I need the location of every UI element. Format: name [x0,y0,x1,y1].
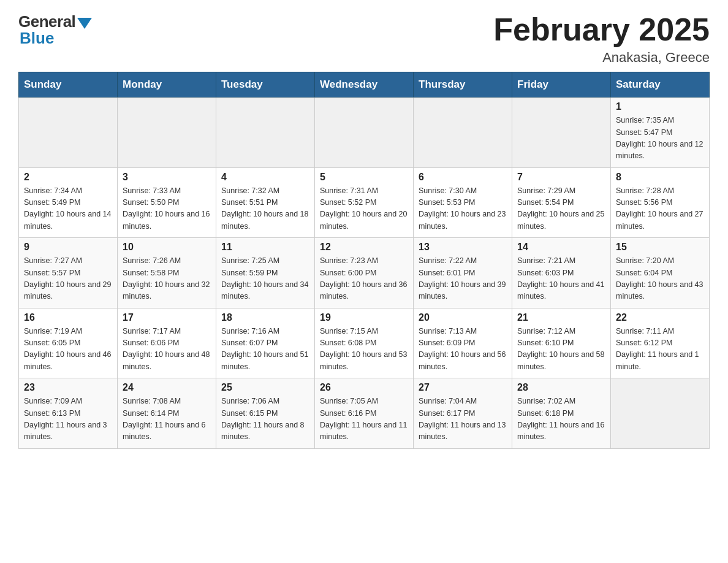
calendar-cell: 19Sunrise: 7:15 AMSunset: 6:08 PMDayligh… [315,308,414,378]
day-number: 21 [517,312,605,323]
day-info: Sunrise: 7:31 AMSunset: 5:52 PMDaylight:… [320,185,408,233]
day-number: 11 [221,242,309,253]
day-number: 5 [320,172,408,183]
day-info: Sunrise: 7:34 AMSunset: 5:49 PMDaylight:… [24,185,112,233]
day-info: Sunrise: 7:11 AMSunset: 6:12 PMDaylight:… [616,326,704,373]
week-row-1: 1Sunrise: 7:35 AMSunset: 5:47 PMDaylight… [19,98,710,168]
calendar-cell: 1Sunrise: 7:35 AMSunset: 5:47 PMDaylight… [611,98,710,168]
week-row-5: 23Sunrise: 7:09 AMSunset: 6:13 PMDayligh… [19,378,710,449]
calendar-cell: 24Sunrise: 7:08 AMSunset: 6:14 PMDayligh… [118,378,216,449]
calendar-cell [118,98,216,168]
calendar-cell [216,98,315,168]
day-info: Sunrise: 7:21 AMSunset: 6:03 PMDaylight:… [517,255,605,303]
calendar-cell: 14Sunrise: 7:21 AMSunset: 6:03 PMDayligh… [512,238,611,308]
calendar-cell: 26Sunrise: 7:05 AMSunset: 6:16 PMDayligh… [315,378,414,449]
weekday-header-friday: Friday [512,72,611,98]
day-number: 18 [221,312,309,323]
day-number: 22 [616,312,704,323]
day-number: 1 [616,101,704,112]
day-info: Sunrise: 7:08 AMSunset: 6:14 PMDaylight:… [123,396,211,443]
day-number: 23 [24,382,112,393]
calendar-cell: 3Sunrise: 7:33 AMSunset: 5:50 PMDaylight… [118,167,216,238]
calendar-cell: 27Sunrise: 7:04 AMSunset: 6:17 PMDayligh… [414,378,512,449]
weekday-header-row: SundayMondayTuesdayWednesdayThursdayFrid… [19,72,710,98]
calendar-cell: 22Sunrise: 7:11 AMSunset: 6:12 PMDayligh… [611,308,710,378]
weekday-header-tuesday: Tuesday [216,72,315,98]
weekday-header-sunday: Sunday [19,72,118,98]
day-info: Sunrise: 7:19 AMSunset: 6:05 PMDaylight:… [24,326,112,373]
calendar-cell [611,378,710,449]
calendar-cell: 10Sunrise: 7:26 AMSunset: 5:58 PMDayligh… [118,238,216,308]
day-number: 4 [221,172,309,183]
calendar-table: SundayMondayTuesdayWednesdayThursdayFrid… [18,72,710,449]
day-info: Sunrise: 7:06 AMSunset: 6:15 PMDaylight:… [221,396,309,443]
day-info: Sunrise: 7:15 AMSunset: 6:08 PMDaylight:… [320,326,408,373]
day-number: 19 [320,312,408,323]
calendar-cell [19,98,118,168]
logo-blue-text: Blue [18,29,54,48]
weekday-header-monday: Monday [118,72,216,98]
calendar-cell: 6Sunrise: 7:30 AMSunset: 5:53 PMDaylight… [414,167,512,238]
day-number: 27 [419,382,507,393]
calendar-cell [315,98,414,168]
calendar-cell: 4Sunrise: 7:32 AMSunset: 5:51 PMDaylight… [216,167,315,238]
title-block: February 2025 Anakasia, Greece [493,12,710,66]
day-info: Sunrise: 7:02 AMSunset: 6:18 PMDaylight:… [517,396,605,443]
calendar-cell: 5Sunrise: 7:31 AMSunset: 5:52 PMDaylight… [315,167,414,238]
day-number: 20 [419,312,507,323]
main-title: February 2025 [493,12,710,47]
day-info: Sunrise: 7:05 AMSunset: 6:16 PMDaylight:… [320,396,408,443]
calendar-cell: 28Sunrise: 7:02 AMSunset: 6:18 PMDayligh… [512,378,611,449]
day-info: Sunrise: 7:32 AMSunset: 5:51 PMDaylight:… [221,185,309,233]
page-header: General Blue February 2025 Anakasia, Gre… [18,12,710,66]
day-info: Sunrise: 7:28 AMSunset: 5:56 PMDaylight:… [616,185,704,233]
week-row-2: 2Sunrise: 7:34 AMSunset: 5:49 PMDaylight… [19,167,710,238]
day-number: 3 [123,172,211,183]
day-number: 7 [517,172,605,183]
calendar-cell: 12Sunrise: 7:23 AMSunset: 6:00 PMDayligh… [315,238,414,308]
calendar-cell: 23Sunrise: 7:09 AMSunset: 6:13 PMDayligh… [19,378,118,449]
day-info: Sunrise: 7:17 AMSunset: 6:06 PMDaylight:… [123,326,211,373]
day-info: Sunrise: 7:27 AMSunset: 5:57 PMDaylight:… [24,255,112,303]
weekday-header-thursday: Thursday [414,72,512,98]
day-info: Sunrise: 7:20 AMSunset: 6:04 PMDaylight:… [616,255,704,303]
calendar-cell: 16Sunrise: 7:19 AMSunset: 6:05 PMDayligh… [19,308,118,378]
day-number: 12 [320,242,408,253]
calendar-cell: 11Sunrise: 7:25 AMSunset: 5:59 PMDayligh… [216,238,315,308]
day-number: 8 [616,172,704,183]
day-info: Sunrise: 7:26 AMSunset: 5:58 PMDaylight:… [123,255,211,303]
calendar-cell: 15Sunrise: 7:20 AMSunset: 6:04 PMDayligh… [611,238,710,308]
calendar-cell: 25Sunrise: 7:06 AMSunset: 6:15 PMDayligh… [216,378,315,449]
calendar-cell: 8Sunrise: 7:28 AMSunset: 5:56 PMDaylight… [611,167,710,238]
day-info: Sunrise: 7:22 AMSunset: 6:01 PMDaylight:… [419,255,507,303]
day-number: 2 [24,172,112,183]
calendar-cell: 20Sunrise: 7:13 AMSunset: 6:09 PMDayligh… [414,308,512,378]
calendar-cell [512,98,611,168]
day-number: 25 [221,382,309,393]
day-info: Sunrise: 7:25 AMSunset: 5:59 PMDaylight:… [221,255,309,303]
day-number: 16 [24,312,112,323]
calendar-cell [414,98,512,168]
day-number: 15 [616,242,704,253]
day-info: Sunrise: 7:16 AMSunset: 6:07 PMDaylight:… [221,326,309,373]
calendar-cell: 9Sunrise: 7:27 AMSunset: 5:57 PMDaylight… [19,238,118,308]
calendar-cell: 21Sunrise: 7:12 AMSunset: 6:10 PMDayligh… [512,308,611,378]
day-info: Sunrise: 7:04 AMSunset: 6:17 PMDaylight:… [419,396,507,443]
logo: General Blue [18,12,92,48]
day-info: Sunrise: 7:30 AMSunset: 5:53 PMDaylight:… [419,185,507,233]
calendar-cell: 13Sunrise: 7:22 AMSunset: 6:01 PMDayligh… [414,238,512,308]
subtitle: Anakasia, Greece [493,50,710,66]
day-number: 26 [320,382,408,393]
calendar-cell: 18Sunrise: 7:16 AMSunset: 6:07 PMDayligh… [216,308,315,378]
day-number: 28 [517,382,605,393]
day-info: Sunrise: 7:33 AMSunset: 5:50 PMDaylight:… [123,185,211,233]
weekday-header-saturday: Saturday [611,72,710,98]
day-info: Sunrise: 7:12 AMSunset: 6:10 PMDaylight:… [517,326,605,373]
day-number: 14 [517,242,605,253]
day-number: 9 [24,242,112,253]
day-info: Sunrise: 7:13 AMSunset: 6:09 PMDaylight:… [419,326,507,373]
week-row-3: 9Sunrise: 7:27 AMSunset: 5:57 PMDaylight… [19,238,710,308]
day-number: 6 [419,172,507,183]
weekday-header-wednesday: Wednesday [315,72,414,98]
day-number: 10 [123,242,211,253]
